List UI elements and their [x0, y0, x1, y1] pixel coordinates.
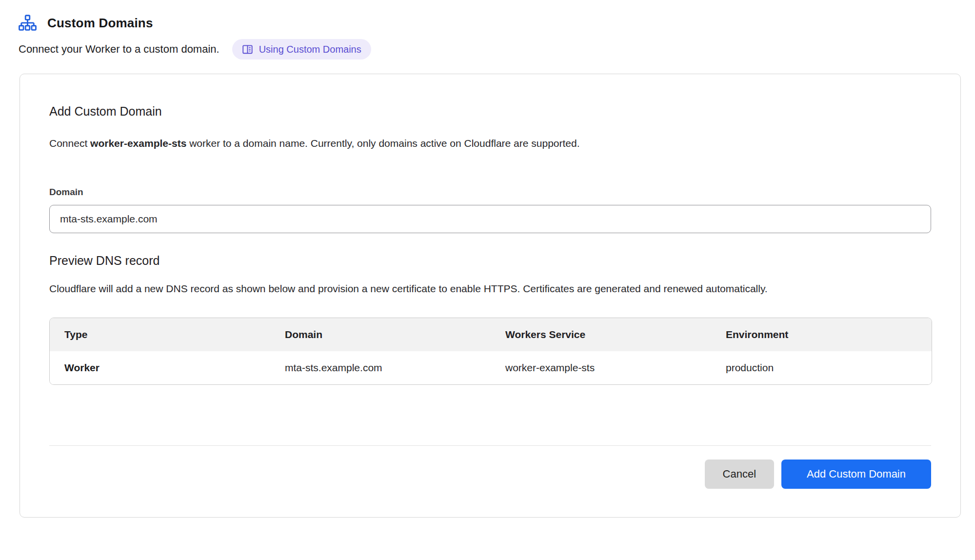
docs-link-using-custom-domains[interactable]: Using Custom Domains: [232, 39, 371, 60]
cell-domain: mta-sts.example.com: [270, 351, 491, 384]
card-heading: Add Custom Domain: [49, 103, 931, 119]
dns-preview-table: Type Domain Workers Service Environment …: [49, 318, 932, 385]
column-header-workers-service: Workers Service: [491, 318, 711, 351]
footer-divider: [49, 445, 931, 446]
description-suffix: worker to a domain name. Currently, only…: [186, 138, 579, 149]
cell-type: Worker: [50, 351, 270, 384]
cell-workers-service: worker-example-sts: [491, 351, 711, 384]
worker-name: worker-example-sts: [90, 138, 186, 149]
page-title: Custom Domains: [47, 16, 153, 31]
table-header-row: Type Domain Workers Service Environment: [50, 318, 932, 351]
column-header-environment: Environment: [711, 318, 932, 351]
page-subtitle-row: Connect your Worker to a custom domain. …: [19, 39, 975, 60]
docs-badge-label: Using Custom Domains: [259, 44, 361, 55]
cancel-button[interactable]: Cancel: [705, 460, 774, 489]
domain-input[interactable]: [49, 205, 931, 233]
description-prefix: Connect: [49, 138, 90, 149]
page-subtitle: Connect your Worker to a custom domain.: [19, 43, 219, 56]
add-custom-domain-card: Add Custom Domain Connect worker-example…: [20, 74, 961, 518]
preview-dns-heading: Preview DNS record: [49, 253, 931, 268]
open-book-icon: [242, 44, 253, 55]
domain-field-label: Domain: [49, 186, 931, 198]
custom-domains-page: Custom Domains Connect your Worker to a …: [0, 0, 975, 560]
column-header-type: Type: [50, 318, 270, 351]
page-header: Custom Domains: [19, 15, 975, 31]
card-description: Connect worker-example-sts worker to a d…: [49, 137, 931, 150]
add-custom-domain-button[interactable]: Add Custom Domain: [781, 460, 931, 489]
sitemap-icon: [19, 15, 37, 31]
cell-environment: production: [711, 351, 932, 384]
footer-actions: Cancel Add Custom Domain: [49, 460, 931, 489]
column-header-domain: Domain: [270, 318, 491, 351]
preview-dns-description: Cloudflare will add a new DNS record as …: [49, 281, 810, 296]
table-row: Worker mta-sts.example.com worker-exampl…: [50, 351, 932, 384]
